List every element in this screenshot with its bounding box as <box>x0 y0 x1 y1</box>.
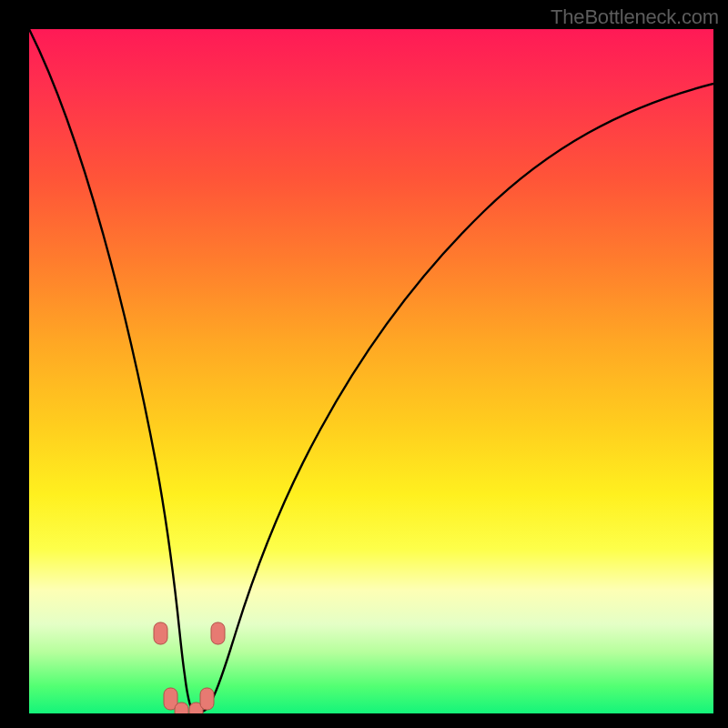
chart-stage: TheBottleneck.com <box>0 0 728 728</box>
svg-rect-4 <box>200 688 214 710</box>
svg-rect-0 <box>154 622 167 644</box>
bottleneck-curve <box>29 29 713 713</box>
svg-rect-2 <box>175 703 188 713</box>
curve-overlay <box>29 29 713 713</box>
plot-area <box>29 29 713 713</box>
svg-rect-5 <box>211 622 225 644</box>
attribution-text: TheBottleneck.com <box>551 5 719 29</box>
